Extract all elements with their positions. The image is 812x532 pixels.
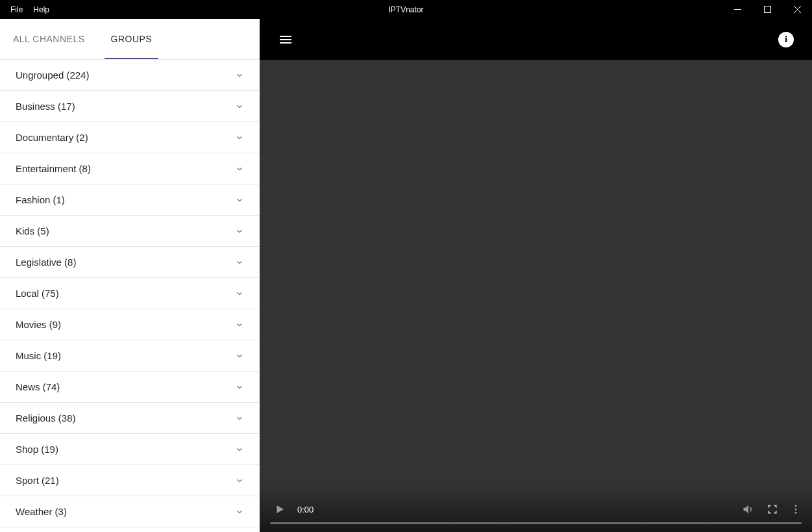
chevron-down-icon bbox=[235, 164, 244, 173]
chevron-down-icon bbox=[235, 476, 244, 485]
svg-rect-5 bbox=[280, 39, 291, 40]
fullscreen-icon bbox=[767, 503, 778, 515]
chevron-down-icon bbox=[235, 102, 244, 111]
info-icon: i bbox=[778, 32, 794, 47]
group-row[interactable]: Entertainment (8) bbox=[0, 153, 260, 184]
group-row[interactable]: Fashion (1) bbox=[0, 184, 260, 216]
svg-marker-8 bbox=[744, 505, 749, 513]
group-row[interactable]: News (74) bbox=[0, 372, 260, 403]
chevron-down-icon bbox=[235, 351, 244, 361]
volume-icon bbox=[742, 503, 755, 516]
group-row[interactable]: Documentary (2) bbox=[0, 122, 260, 153]
maximize-icon bbox=[764, 6, 771, 13]
group-row[interactable]: Ungrouped (224) bbox=[0, 60, 260, 91]
chevron-down-icon bbox=[235, 383, 244, 392]
hamburger-icon bbox=[278, 32, 293, 47]
svg-rect-4 bbox=[280, 36, 291, 37]
group-row[interactable]: Music (19) bbox=[0, 340, 260, 372]
info-button[interactable]: i bbox=[773, 27, 799, 53]
channel-sidebar: ALL CHANNELS GROUPS Ungrouped (224)Busin… bbox=[0, 19, 260, 532]
group-row[interactable]: Shop (19) bbox=[0, 434, 260, 465]
group-label: Shop (19) bbox=[16, 444, 58, 455]
group-label: Fashion (1) bbox=[16, 194, 65, 205]
chevron-down-icon bbox=[235, 289, 244, 298]
menu-help[interactable]: Help bbox=[28, 5, 55, 14]
svg-rect-1 bbox=[764, 6, 770, 13]
chevron-down-icon bbox=[235, 320, 244, 329]
play-button[interactable] bbox=[270, 503, 286, 515]
group-label: Music (19) bbox=[16, 350, 61, 361]
chevron-down-icon bbox=[235, 258, 244, 267]
group-label: Movies (9) bbox=[16, 319, 61, 330]
current-time: 0:00 bbox=[297, 505, 314, 514]
groups-list[interactable]: Ungrouped (224)Business (17)Documentary … bbox=[0, 60, 260, 532]
maximize-button[interactable] bbox=[752, 0, 782, 19]
group-row[interactable]: Sport (21) bbox=[0, 465, 260, 496]
group-row[interactable]: Business (17) bbox=[0, 91, 260, 122]
close-button[interactable] bbox=[782, 0, 812, 19]
vertical-dots-icon bbox=[790, 503, 802, 515]
menu-file[interactable]: File bbox=[5, 5, 28, 14]
tab-groups[interactable]: GROUPS bbox=[98, 19, 166, 59]
svg-point-9 bbox=[795, 505, 797, 507]
chevron-down-icon bbox=[235, 196, 244, 205]
player-toolbar: i bbox=[260, 19, 812, 60]
minimize-icon bbox=[734, 6, 741, 13]
title-bar: File Help IPTVnator bbox=[0, 0, 812, 19]
sidebar-tabs: ALL CHANNELS GROUPS bbox=[0, 19, 260, 60]
svg-marker-7 bbox=[277, 505, 284, 513]
group-row[interactable]: Local (75) bbox=[0, 278, 260, 309]
video-controls: 0:00 bbox=[260, 484, 812, 532]
group-label: Kids (5) bbox=[16, 225, 49, 236]
fullscreen-button[interactable] bbox=[767, 503, 778, 515]
chevron-down-icon bbox=[235, 445, 244, 454]
tab-all-channels[interactable]: ALL CHANNELS bbox=[0, 19, 98, 59]
group-label: Weather (3) bbox=[16, 506, 67, 517]
app-menu: File Help bbox=[0, 0, 55, 19]
group-label: Legislative (8) bbox=[16, 257, 76, 268]
group-label: Entertainment (8) bbox=[16, 163, 91, 174]
svg-point-11 bbox=[795, 512, 797, 514]
volume-button[interactable] bbox=[742, 503, 755, 516]
chevron-down-icon bbox=[235, 133, 244, 142]
svg-rect-6 bbox=[280, 42, 291, 44]
window-controls bbox=[722, 0, 812, 19]
chevron-down-icon bbox=[235, 507, 244, 516]
group-label: Sport (21) bbox=[16, 475, 59, 486]
group-label: Religious (38) bbox=[16, 412, 76, 424]
toggle-sidebar-button[interactable] bbox=[273, 27, 299, 53]
group-row[interactable]: Religious (38) bbox=[0, 403, 260, 434]
video-area[interactable]: 0:00 bbox=[260, 60, 812, 532]
chevron-down-icon bbox=[235, 71, 244, 80]
group-label: Business (17) bbox=[16, 101, 75, 112]
chevron-down-icon bbox=[235, 414, 244, 423]
minimize-button[interactable] bbox=[722, 0, 752, 19]
close-icon bbox=[794, 6, 801, 13]
group-row[interactable]: Legislative (8) bbox=[0, 247, 260, 278]
window-title: IPTVnator bbox=[388, 5, 423, 14]
group-label: News (74) bbox=[16, 381, 60, 392]
progress-bar[interactable] bbox=[270, 522, 802, 524]
group-row[interactable]: Movies (9) bbox=[0, 309, 260, 340]
group-row[interactable]: Kids (5) bbox=[0, 216, 260, 247]
main-area: ALL CHANNELS GROUPS Ungrouped (224)Busin… bbox=[0, 19, 812, 532]
play-icon bbox=[274, 503, 286, 515]
chevron-down-icon bbox=[235, 227, 244, 236]
group-label: Local (75) bbox=[16, 288, 59, 299]
group-row[interactable]: Weather (3) bbox=[0, 496, 260, 527]
more-options-button[interactable] bbox=[790, 503, 802, 515]
player-panel: i 0:00 bbox=[260, 19, 812, 532]
svg-point-10 bbox=[795, 509, 797, 511]
group-label: Documentary (2) bbox=[16, 132, 88, 143]
group-label: Ungrouped (224) bbox=[16, 70, 89, 81]
